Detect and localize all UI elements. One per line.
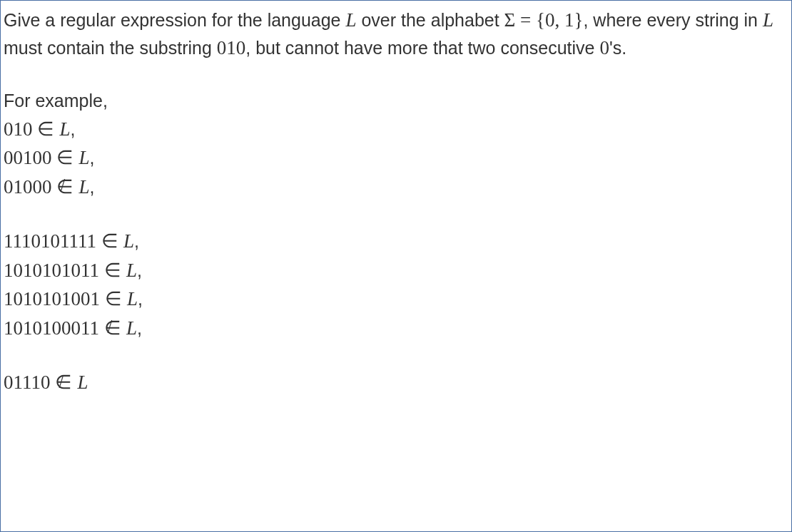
not-element-of-symbol: ∈/ bbox=[55, 368, 72, 397]
text-segment: 's. bbox=[609, 38, 626, 58]
spacer bbox=[4, 62, 788, 88]
math-sigma: Σ bbox=[504, 9, 516, 31]
not-slash: / bbox=[59, 367, 64, 397]
element-of-symbol: ∈ bbox=[101, 230, 118, 252]
example-item: 01000 ∈/ L, bbox=[4, 173, 788, 202]
math-equals: = bbox=[515, 9, 536, 31]
math-var-L: L bbox=[126, 317, 137, 339]
example-string: 1110101111 bbox=[4, 230, 96, 252]
comma: , bbox=[137, 318, 142, 338]
math-var-L: L bbox=[345, 9, 356, 31]
spacer bbox=[4, 201, 788, 227]
question-container: Give a regular expression for the langua… bbox=[0, 0, 792, 532]
spacer bbox=[4, 342, 788, 368]
comma: , bbox=[89, 148, 94, 168]
element-of-symbol: ∈ bbox=[37, 118, 54, 140]
math-var-L: L bbox=[763, 9, 773, 31]
text-segment: Give a regular expression for the langua… bbox=[4, 10, 345, 30]
example-string: 1010100011 bbox=[4, 317, 99, 339]
example-string: 00100 bbox=[4, 147, 52, 168]
example-item: 1010101001 ∈ L, bbox=[4, 285, 788, 314]
comma: , bbox=[137, 260, 142, 280]
comma: , bbox=[134, 231, 139, 251]
example-item: 1010101011 ∈ L, bbox=[4, 256, 788, 285]
math-zero: 0 bbox=[599, 37, 609, 58]
text-segment: , where every string in bbox=[583, 10, 763, 30]
math-var-L: L bbox=[78, 147, 89, 168]
element-of-symbol: ∈ bbox=[104, 260, 121, 281]
math-set: {0, 1} bbox=[536, 9, 583, 31]
math-var-L: L bbox=[127, 288, 138, 310]
example-string: 01000 bbox=[4, 176, 52, 198]
element-of-symbol: ∈ bbox=[105, 288, 122, 310]
comma: , bbox=[70, 119, 75, 139]
text-segment: over the alphabet bbox=[357, 10, 504, 30]
example-item: 01110 ∈/ L bbox=[4, 368, 788, 397]
example-string: 010 bbox=[4, 118, 33, 140]
math-var-L: L bbox=[78, 176, 89, 198]
example-string: 1010101001 bbox=[4, 288, 100, 310]
element-of-symbol: ∈ bbox=[56, 147, 73, 168]
math-substring: 010 bbox=[217, 37, 246, 58]
comma: , bbox=[89, 177, 94, 197]
for-example-label: For example, bbox=[4, 88, 788, 115]
example-string: 01110 bbox=[4, 372, 51, 393]
not-element-of-symbol: ∈/ bbox=[104, 314, 121, 343]
question-prompt: Give a regular expression for the langua… bbox=[4, 6, 788, 62]
text-segment: must contain the substring bbox=[4, 38, 217, 58]
example-item: 00100 ∈ L, bbox=[4, 143, 788, 173]
not-element-of-symbol: ∈/ bbox=[56, 173, 73, 202]
not-slash: / bbox=[60, 171, 65, 200]
math-var-L: L bbox=[126, 260, 137, 281]
text-segment: , but cannot have more that two consecut… bbox=[245, 38, 599, 58]
example-string: 1010101011 bbox=[4, 260, 99, 281]
math-var-L: L bbox=[77, 372, 88, 393]
math-var-L: L bbox=[59, 118, 70, 140]
example-item: 010 ∈ L, bbox=[4, 115, 788, 144]
example-item: 1110101111 ∈ L, bbox=[4, 227, 788, 256]
not-slash: / bbox=[107, 312, 112, 342]
comma: , bbox=[138, 289, 143, 309]
math-var-L: L bbox=[123, 230, 134, 252]
example-item: 1010100011 ∈/ L, bbox=[4, 314, 788, 343]
